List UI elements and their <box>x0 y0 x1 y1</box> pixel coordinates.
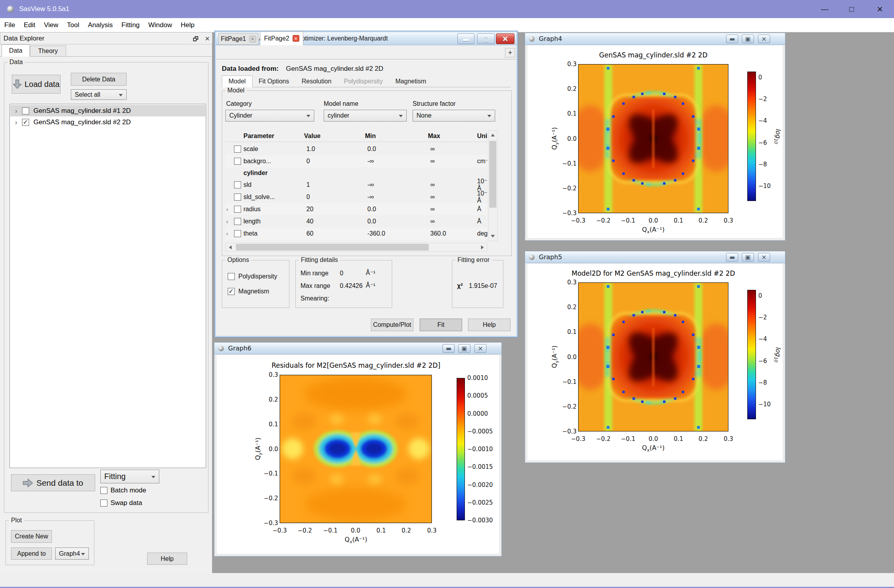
polydispersity-checkbox[interactable] <box>228 273 235 280</box>
fit-button[interactable]: Fit <box>420 319 462 331</box>
graph-minimize-button[interactable]: ▬ <box>442 344 455 353</box>
menu-file[interactable]: File <box>0 18 19 32</box>
graph-close-button[interactable]: ✕ <box>758 253 770 262</box>
menu-tool[interactable]: Tool <box>63 18 83 32</box>
param-row-theta[interactable]: › theta 60 -360.0 360.0 degree <box>225 227 487 240</box>
append-to-button[interactable]: Append to <box>11 547 52 560</box>
param-row-scale[interactable]: scale 1.0 0.0 ∞ <box>225 143 487 155</box>
subtab-magnetism[interactable]: Magnetism <box>389 76 432 87</box>
load-data-button[interactable]: Load data <box>12 75 61 94</box>
param-checkbox[interactable] <box>234 230 241 237</box>
tab-data[interactable]: Data <box>2 44 30 57</box>
menu-view[interactable]: View <box>40 18 63 32</box>
fit-close-button[interactable]: ✕ <box>496 33 514 44</box>
subtab-model[interactable]: Model <box>222 76 253 87</box>
scroll-thumb[interactable] <box>489 141 496 208</box>
subtab-polydispersity[interactable]: Polydispersity <box>338 76 389 87</box>
compute-plot-button[interactable]: Compute/Plot <box>371 319 413 331</box>
param-checkbox[interactable] <box>234 194 241 201</box>
float-panel-icon[interactable] <box>191 35 200 43</box>
expand-icon[interactable]: › <box>226 206 228 212</box>
delete-data-button[interactable]: Delete Data <box>71 73 127 86</box>
batch-mode-checkbox[interactable] <box>100 487 107 494</box>
create-new-button[interactable]: Create New <box>11 530 52 543</box>
param-checkbox[interactable] <box>234 218 241 225</box>
subtab-resolution[interactable]: Resolution <box>295 76 338 87</box>
explorer-help-button[interactable]: Help <box>147 553 187 565</box>
menu-help[interactable]: Help <box>177 18 199 32</box>
maximize-button[interactable]: □ <box>839 0 864 18</box>
app-title: SasView 5.0.5a1 <box>19 5 69 13</box>
fit-maximize-button[interactable]: ▢ <box>477 33 495 44</box>
scroll-right-icon[interactable] <box>481 245 484 249</box>
fitpage-tabbar <box>216 45 516 59</box>
scroll-left-icon[interactable] <box>229 245 232 249</box>
fit-panel-content: Data loaded from: GenSAS mag_cylinder.sl… <box>216 59 516 336</box>
param-hscrollbar[interactable] <box>225 243 487 252</box>
expand-icon[interactable]: › <box>15 107 17 114</box>
send-target-combo[interactable]: Fitting <box>100 470 159 483</box>
expand-icon[interactable]: › <box>15 119 17 126</box>
chevron-down-icon <box>306 115 310 117</box>
graph-close-button[interactable]: ✕ <box>474 344 487 353</box>
param-checkbox[interactable] <box>234 158 241 165</box>
tab-theory[interactable]: Theory <box>30 46 66 57</box>
structure-factor-combo[interactable]: None <box>413 110 495 122</box>
param-row-sld-solvent[interactable]: sld_solve... 0 -∞ ∞ 10⁻⁶/Å <box>225 191 487 203</box>
menu-window[interactable]: Window <box>144 18 176 32</box>
graph5-colorbar <box>747 290 756 419</box>
graph-minimize-button[interactable]: ▬ <box>726 253 738 262</box>
min-range-unit: Å⁻¹ <box>366 269 375 276</box>
scroll-thumb[interactable] <box>236 244 429 251</box>
menu-fitting[interactable]: Fitting <box>117 18 144 32</box>
subtab-fit-options[interactable]: Fit Options <box>253 76 295 87</box>
window-icon <box>529 254 535 260</box>
model-name-combo[interactable]: cylinder <box>324 110 407 122</box>
add-fitpage-button[interactable]: + <box>505 48 515 57</box>
param-checkbox[interactable] <box>234 146 241 153</box>
menu-analysis[interactable]: Analysis <box>83 18 117 32</box>
graph6-heatmap <box>280 375 432 523</box>
expand-icon[interactable]: › <box>226 230 228 236</box>
data-tree-row[interactable]: › GenSAS mag_cylinder.sld #1 2D <box>10 105 205 116</box>
magnetism-checkbox[interactable] <box>228 288 235 295</box>
menu-edit[interactable]: Edit <box>19 18 39 32</box>
param-checkbox[interactable] <box>234 206 241 213</box>
close-panel-icon[interactable]: × <box>203 35 212 43</box>
send-data-to-button[interactable]: Send data to <box>11 474 95 491</box>
graph-minimize-button[interactable]: ▬ <box>726 35 738 43</box>
close-tab-icon[interactable]: × <box>293 35 299 42</box>
graph-maximize-button[interactable]: ▣ <box>742 35 754 43</box>
scroll-down-icon[interactable] <box>491 235 495 238</box>
data-checkbox[interactable] <box>22 107 29 114</box>
close-tab-icon[interactable]: × <box>249 36 256 42</box>
magnetism-option: Magnetism <box>228 288 269 295</box>
data-loaded-label: Data loaded from: <box>222 65 279 73</box>
param-row-sld[interactable]: sld 1 -∞ ∞ 10⁻⁶/Å <box>225 179 487 191</box>
select-all-combo[interactable]: Select all <box>71 89 127 100</box>
options-group: Options Polydispersity Magnetism <box>222 260 289 308</box>
graph-maximize-button[interactable]: ▣ <box>458 344 470 353</box>
fit-minimize-button[interactable]: ▬ <box>457 33 474 44</box>
y-axis-label: Qy(A⁻¹) <box>551 345 559 368</box>
scroll-up-icon[interactable] <box>491 134 495 136</box>
tab-fitpage2[interactable]: FitPage2 × <box>260 31 303 45</box>
minimize-button[interactable]: — <box>812 0 837 18</box>
param-row-length[interactable]: › length 40 0.0 ∞ Å <box>225 215 487 227</box>
category-combo[interactable]: Cylinder <box>225 110 314 122</box>
tab-fitpage1[interactable]: FitPage1 × <box>218 33 258 45</box>
append-target-combo[interactable]: Graph4 <box>55 547 89 560</box>
data-tree-row[interactable]: › GenSAS mag_cylinder.sld #2 2D <box>10 116 205 128</box>
fit-help-button[interactable]: Help <box>468 319 511 331</box>
swap-data-checkbox[interactable] <box>100 500 107 507</box>
param-row-radius[interactable]: › radius 20 0.0 ∞ Å <box>225 203 487 215</box>
close-button[interactable]: × <box>867 0 892 18</box>
data-checkbox[interactable] <box>22 119 29 126</box>
expand-icon[interactable]: › <box>226 218 228 224</box>
param-row-background[interactable]: backgro... 0 -∞ ∞ cm⁻¹ <box>225 155 487 167</box>
param-vscrollbar[interactable] <box>488 130 498 241</box>
graph-close-button[interactable]: ✕ <box>758 35 770 43</box>
plot-title: Model2D for M2 GenSAS mag_cylinder.sld #… <box>571 269 735 277</box>
graph-maximize-button[interactable]: ▣ <box>742 253 754 262</box>
param-checkbox[interactable] <box>234 181 241 188</box>
